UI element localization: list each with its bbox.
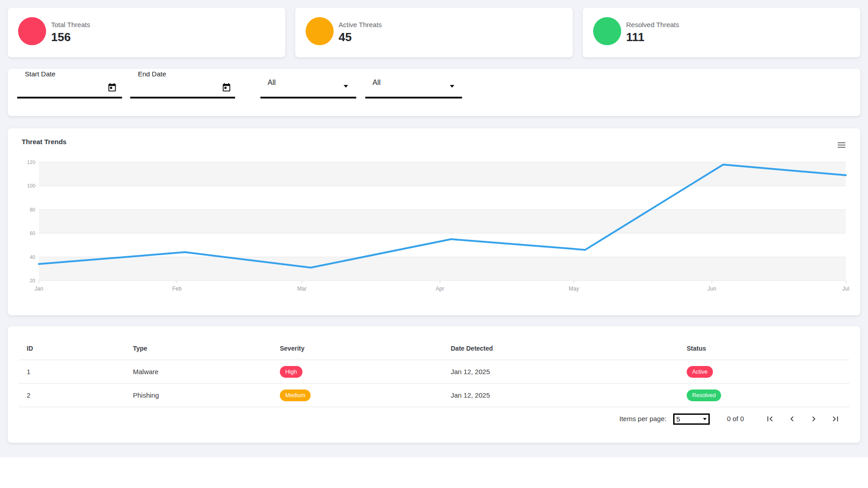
status-badge: Resolved (687, 389, 721, 401)
x-axis-label: Mar (297, 286, 307, 292)
first-page-button[interactable] (765, 414, 775, 424)
x-axis-label: Jan (34, 286, 43, 292)
chart-band (39, 162, 846, 186)
severity-badge: Medium (280, 389, 311, 401)
y-axis-label: 80 (30, 207, 35, 212)
threat-trends-line-chart: 20406080100120JanFebMarAprMayJunJul (8, 128, 860, 315)
start-date-label: Start Date (25, 72, 56, 81)
chevron-right-icon (809, 414, 819, 424)
x-axis-label: Apr (436, 286, 444, 292)
end-date-input[interactable] (130, 97, 235, 99)
stat-value: 45 (339, 30, 352, 44)
select-underline (365, 97, 462, 99)
x-axis-label: May (569, 286, 579, 292)
page-size-select[interactable]: 5 (673, 413, 710, 425)
next-page-button[interactable] (809, 414, 819, 424)
stat-card-total-threats: Total Threats 156 (8, 8, 285, 57)
y-axis-label: 40 (30, 254, 35, 260)
chart-band (39, 210, 846, 233)
stat-label: Resolved Threats (626, 21, 679, 28)
stat-card-resolved-threats: Resolved Threats 111 (583, 8, 860, 57)
last-page-button[interactable] (830, 414, 840, 424)
end-date-label: End Date (138, 72, 166, 81)
table-header-row: IDTypeSeverityDate DetectedStatus (19, 326, 849, 360)
threat-trends-card: Threat Trends 20406080100120JanFebMarApr… (8, 128, 860, 315)
chevron-down-icon (450, 85, 454, 88)
resolved-threats-icon (593, 17, 621, 45)
type-filter-value: All (268, 79, 276, 87)
y-axis-label: 100 (27, 183, 35, 188)
select-underline (260, 97, 356, 99)
x-axis-label: Jul (842, 286, 849, 292)
severity-badge: High (280, 366, 302, 378)
y-axis-label: 20 (30, 278, 35, 283)
calendar-icon[interactable] (222, 83, 231, 93)
cell-id: 2 (27, 384, 30, 407)
items-per-page-label: Items per page: (619, 415, 666, 422)
x-axis-label: Jun (708, 286, 716, 292)
start-date-input[interactable] (17, 97, 122, 99)
chevron-left-icon (787, 414, 797, 424)
column-header-type: Type (133, 345, 147, 352)
stat-label: Active Threats (339, 21, 382, 28)
stat-value: 111 (626, 30, 645, 44)
cell-type: Malware (133, 360, 159, 384)
previous-page-button[interactable] (787, 414, 797, 424)
calendar-icon[interactable] (107, 83, 117, 93)
total-threats-icon (18, 17, 46, 45)
status-filter-value: All (373, 79, 381, 87)
table-row: 2PhishingMediumJan 12, 2025Resolved (19, 384, 849, 407)
cell-id: 1 (27, 360, 30, 384)
chevron-down-icon (344, 85, 348, 88)
cell-date-detected: Jan 12, 2025 (451, 384, 490, 407)
first-page-icon (765, 414, 775, 424)
column-header-id: ID (27, 345, 33, 352)
y-axis-label: 60 (30, 230, 35, 236)
stat-card-active-threats: Active Threats 45 (295, 8, 573, 57)
page-size-value: 5 (676, 415, 680, 423)
cell-type: Phishing (133, 384, 159, 407)
cell-date-detected: Jan 12, 2025 (451, 360, 490, 384)
chevron-down-icon (703, 418, 707, 420)
stat-label: Total Threats (51, 21, 90, 28)
y-axis-label: 120 (27, 160, 35, 165)
column-header-status: Status (687, 345, 706, 352)
table-row: 1MalwareHighJan 12, 2025Active (19, 360, 849, 384)
column-header-date-detected: Date Detected (451, 345, 493, 352)
chart-band (39, 257, 846, 281)
filters-panel: Start Date End Date All All (8, 69, 860, 116)
column-header-severity: Severity (280, 345, 304, 352)
x-axis-label: Feb (172, 286, 182, 292)
active-threats-icon (306, 17, 334, 45)
last-page-icon (830, 414, 840, 424)
threat-dashboard: Total Threats 156 Active Threats 45 Reso… (0, 0, 868, 488)
stat-value: 156 (51, 30, 71, 44)
status-badge: Active (687, 366, 713, 378)
page-range-label: 0 of 0 (727, 415, 744, 422)
threats-table-card: IDTypeSeverityDate DetectedStatus 1Malwa… (8, 326, 860, 443)
